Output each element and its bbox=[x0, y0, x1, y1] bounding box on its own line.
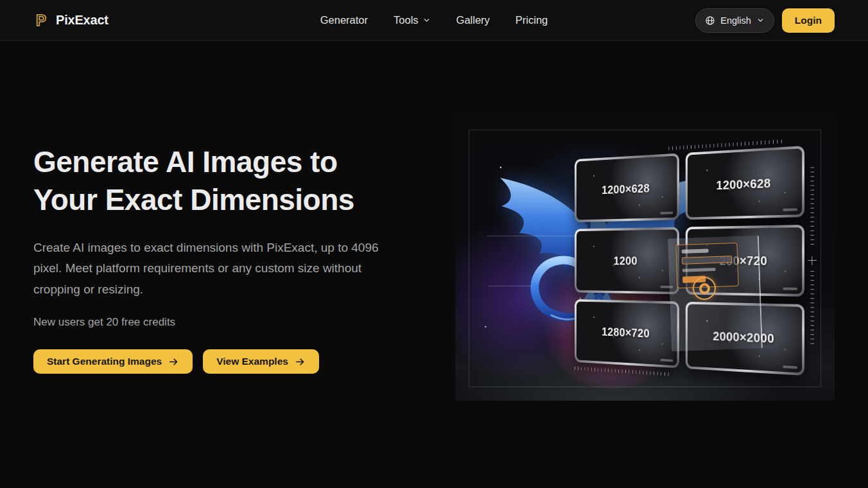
dimension-card: 1200×628 bbox=[575, 153, 679, 223]
main-nav: Generator Tools Gallery Pricing bbox=[320, 14, 548, 26]
nav-item-pricing[interactable]: Pricing bbox=[516, 14, 548, 26]
start-generating-button[interactable]: Start Generating Images bbox=[33, 349, 193, 374]
size-config-panel bbox=[668, 236, 763, 352]
chevron-down-icon bbox=[756, 16, 765, 24]
arrow-right-icon bbox=[295, 356, 306, 367]
view-examples-button[interactable]: View Examples bbox=[203, 349, 319, 374]
free-credits-note: New users get 20 free credits bbox=[33, 316, 438, 329]
form-title-placeholder bbox=[682, 248, 709, 253]
target-ring-icon bbox=[693, 277, 716, 300]
language-label: English bbox=[720, 15, 751, 26]
hero-section: Generate AI Images to Your Exact Dimensi… bbox=[0, 116, 868, 401]
nav-item-generator-label: Generator bbox=[320, 14, 368, 26]
page-title: Generate AI Images to Your Exact Dimensi… bbox=[33, 143, 403, 219]
ruler-ticks-right bbox=[810, 166, 814, 244]
pixexact-logo-icon: P bbox=[33, 12, 50, 29]
view-examples-label: View Examples bbox=[216, 356, 288, 367]
dimension-label: 1200×628 bbox=[602, 180, 650, 196]
nav-item-gallery[interactable]: Gallery bbox=[456, 14, 490, 26]
dimension-guide-line bbox=[489, 286, 532, 286]
navbar: P PixExact Generator Tools Gallery Prici… bbox=[0, 0, 868, 41]
start-generating-label: Start Generating Images bbox=[47, 356, 162, 367]
form-label-placeholder bbox=[682, 268, 716, 272]
login-button[interactable]: Login bbox=[782, 8, 835, 33]
dimension-card: 1200×628 bbox=[686, 146, 804, 220]
nav-item-gallery-label: Gallery bbox=[456, 14, 490, 26]
hero-description: Create AI images to exact dimensions wit… bbox=[33, 238, 383, 300]
dimension-label: 1200×628 bbox=[716, 175, 771, 193]
svg-text:P: P bbox=[36, 12, 46, 29]
nav-item-tools[interactable]: Tools bbox=[394, 14, 431, 26]
navbar-actions: English Login bbox=[548, 8, 835, 33]
arrow-right-icon bbox=[168, 356, 179, 367]
dimension-card: 1280×720 bbox=[575, 299, 679, 369]
nav-item-generator[interactable]: Generator bbox=[320, 14, 368, 26]
hero-illustration: 1200×628 1200×628 1200 280×720 1280×720 … bbox=[455, 116, 835, 401]
crosshair-mark bbox=[808, 256, 817, 265]
nav-item-pricing-label: Pricing bbox=[516, 14, 548, 26]
dimension-label: 1280×720 bbox=[602, 325, 650, 341]
dimension-card: 1200 bbox=[575, 227, 679, 294]
width-input-placeholder bbox=[682, 256, 732, 265]
brand-name: PixExact bbox=[56, 13, 108, 28]
globe-icon bbox=[705, 15, 715, 26]
hero-copy: Generate AI Images to Your Exact Dimensi… bbox=[33, 116, 438, 374]
brand[interactable]: P PixExact bbox=[33, 12, 320, 29]
ruler-ticks-right bbox=[810, 270, 814, 344]
cta-row: Start Generating Images View Examples bbox=[33, 349, 438, 374]
chevron-down-icon bbox=[422, 16, 431, 24]
language-selector[interactable]: English bbox=[695, 8, 774, 33]
dimension-label: 1200 bbox=[614, 254, 638, 268]
nav-item-tools-label: Tools bbox=[394, 14, 419, 26]
